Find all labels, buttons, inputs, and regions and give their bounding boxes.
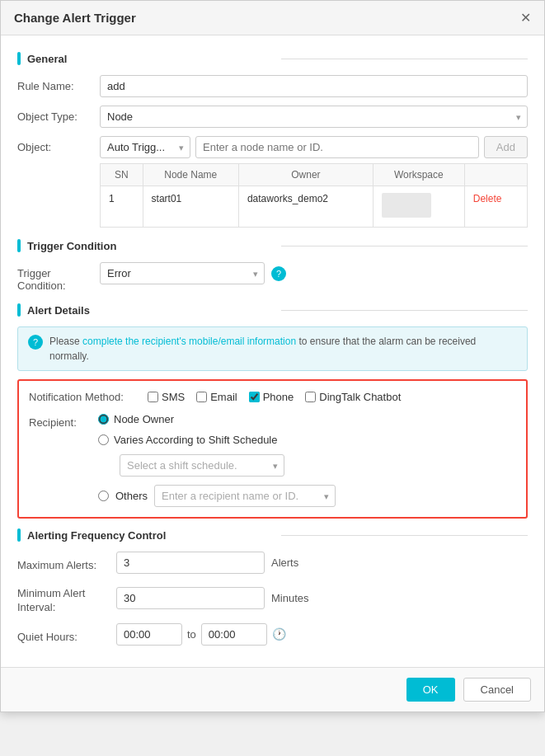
shift-schedule-radio[interactable] bbox=[98, 434, 109, 445]
phone-checkbox[interactable] bbox=[249, 392, 260, 402]
trigger-input-row: Error ▾ ? bbox=[100, 262, 528, 284]
table-header-row: SN Node Name Owner Workspace bbox=[101, 164, 528, 186]
auto-trigger-select-wrapper: Auto Trigg... ▾ bbox=[100, 136, 190, 158]
section-bar-alert bbox=[17, 303, 21, 317]
trigger-section-title: Trigger Condition bbox=[27, 240, 275, 252]
recipient-section: Recipient: Node Owner Varies According t… bbox=[29, 413, 516, 507]
ok-button[interactable]: OK bbox=[406, 678, 455, 702]
min-interval-input[interactable] bbox=[116, 587, 265, 609]
object-type-label: Object Type: bbox=[17, 106, 100, 123]
email-checkbox-item: Email bbox=[196, 391, 237, 403]
alert-details-content-box: Notification Method: SMS Email Phone Din… bbox=[17, 379, 528, 519]
others-label: Others bbox=[115, 490, 148, 502]
frequency-section-title: Alerting Frequency Control bbox=[27, 529, 275, 542]
rule-name-label: Rule Name: bbox=[17, 75, 100, 92]
object-row: Object: Auto Trigg... ▾ Add bbox=[17, 136, 528, 228]
general-section-title: General bbox=[27, 53, 275, 65]
cell-delete: Delete bbox=[464, 186, 527, 228]
cell-workspace bbox=[373, 186, 464, 228]
general-section-header: General bbox=[17, 52, 528, 65]
trigger-section-header: Trigger Condition bbox=[17, 239, 528, 252]
quiet-hours-row: Quiet Hours: to 🕐 bbox=[17, 623, 528, 646]
table-body: 1 start01 dataworks_demo2 Delete bbox=[101, 186, 528, 228]
alert-details-section-title: Alert Details bbox=[27, 304, 275, 317]
trigger-condition-row: Trigger Condition: Error ▾ ? bbox=[17, 262, 528, 292]
shift-schedule-select[interactable]: Select a shift schedule. bbox=[120, 454, 284, 477]
table-header: SN Node Name Owner Workspace bbox=[101, 164, 528, 186]
th-action bbox=[464, 164, 527, 186]
phone-checkbox-item: Phone bbox=[249, 391, 294, 403]
dialog-title: Change Alert Trigger bbox=[14, 11, 136, 25]
notification-method-row: Notification Method: SMS Email Phone Din… bbox=[29, 391, 516, 403]
object-type-row: Object Type: Node ▾ bbox=[17, 106, 528, 128]
frequency-section-header: Alerting Frequency Control bbox=[17, 528, 528, 542]
table-row: 1 start01 dataworks_demo2 Delete bbox=[101, 186, 528, 228]
cancel-button[interactable]: Cancel bbox=[463, 678, 531, 702]
delete-link[interactable]: Delete bbox=[473, 193, 502, 204]
quiet-inputs: to 🕐 bbox=[116, 623, 286, 646]
rule-name-input[interactable] bbox=[100, 75, 528, 97]
cell-owner: dataworks_demo2 bbox=[238, 186, 373, 228]
dialog-header: Change Alert Trigger ✕ bbox=[1, 1, 544, 35]
node-id-input[interactable] bbox=[195, 136, 479, 158]
others-row: Others Enter a recipient name or ID. ▾ bbox=[98, 485, 516, 507]
node-owner-radio[interactable] bbox=[98, 414, 109, 425]
recipient-label: Recipient: bbox=[29, 413, 87, 429]
shift-schedule-label: Varies According to Shift Schedule bbox=[114, 434, 278, 446]
node-owner-radio-item: Node Owner bbox=[98, 413, 516, 425]
quiet-to-input[interactable] bbox=[201, 623, 267, 646]
th-node-name: Node Name bbox=[143, 164, 238, 186]
alert-info-text: Please complete the recipient's mobile/e… bbox=[49, 334, 517, 364]
min-interval-label: Minimum AlertInterval: bbox=[17, 582, 116, 615]
close-button[interactable]: ✕ bbox=[520, 12, 531, 25]
info-icon: ? bbox=[28, 335, 43, 350]
section-bar-freq bbox=[17, 528, 21, 542]
email-checkbox[interactable] bbox=[196, 392, 207, 402]
help-icon[interactable]: ? bbox=[271, 266, 286, 281]
cell-node-name: start01 bbox=[143, 186, 238, 228]
rule-name-row: Rule Name: bbox=[17, 75, 528, 97]
sms-label: SMS bbox=[162, 391, 185, 403]
node-owner-label: Node Owner bbox=[114, 413, 174, 425]
trigger-condition-label: Trigger Condition: bbox=[17, 262, 100, 292]
info-link[interactable]: complete the recipient's mobile/email in… bbox=[82, 336, 296, 347]
section-bar bbox=[17, 52, 21, 65]
section-line bbox=[281, 59, 529, 59]
notification-method-label: Notification Method: bbox=[29, 391, 136, 403]
object-control: Auto Trigg... ▾ Add SN Node Name Owner bbox=[100, 136, 528, 228]
object-label: Object: bbox=[17, 136, 100, 153]
others-select-wrapper: Enter a recipient name or ID. ▾ bbox=[154, 485, 336, 507]
dingtalk-checkbox[interactable] bbox=[305, 392, 316, 402]
sms-checkbox[interactable] bbox=[148, 392, 158, 402]
object-type-select[interactable]: Node bbox=[100, 106, 528, 128]
max-alerts-row: Maximum Alerts: Alerts bbox=[17, 552, 528, 574]
add-node-button[interactable]: Add bbox=[484, 136, 528, 158]
max-alerts-input[interactable] bbox=[116, 552, 265, 574]
th-workspace: Workspace bbox=[373, 164, 464, 186]
workspace-image bbox=[382, 193, 431, 218]
trigger-condition-select[interactable]: Error bbox=[100, 262, 265, 284]
quiet-from-input[interactable] bbox=[116, 623, 182, 646]
email-label: Email bbox=[210, 391, 237, 403]
dialog-footer: OK Cancel bbox=[1, 667, 544, 711]
phone-label: Phone bbox=[263, 391, 294, 403]
auto-trigger-select[interactable]: Auto Trigg... bbox=[100, 136, 190, 158]
others-radio[interactable] bbox=[98, 491, 109, 501]
object-input-row: Auto Trigg... ▾ Add bbox=[100, 136, 528, 158]
min-interval-row: Minimum AlertInterval: Minutes bbox=[17, 582, 528, 615]
section-line-trigger bbox=[281, 246, 529, 247]
th-sn: SN bbox=[101, 164, 143, 186]
section-line-alert bbox=[281, 310, 529, 311]
others-select[interactable]: Enter a recipient name or ID. bbox=[154, 485, 336, 507]
dialog-body: General Rule Name: Object Type: Node ▾ bbox=[1, 35, 544, 667]
rule-name-control bbox=[100, 75, 528, 97]
trigger-condition-control: Error ▾ ? bbox=[100, 262, 528, 284]
cell-sn: 1 bbox=[101, 186, 143, 228]
shift-select-wrapper-inner: Select a shift schedule. ▾ bbox=[120, 454, 284, 477]
shift-schedule-select-wrapper: Select a shift schedule. ▾ bbox=[120, 454, 284, 477]
quiet-hours-label: Quiet Hours: bbox=[17, 626, 116, 643]
dingtalk-checkbox-item: DingTalk Chatbot bbox=[305, 391, 401, 403]
sms-checkbox-item: SMS bbox=[148, 391, 185, 403]
shift-schedule-radio-item: Varies According to Shift Schedule bbox=[98, 434, 516, 446]
change-alert-trigger-dialog: Change Alert Trigger ✕ General Rule Name… bbox=[0, 0, 545, 712]
